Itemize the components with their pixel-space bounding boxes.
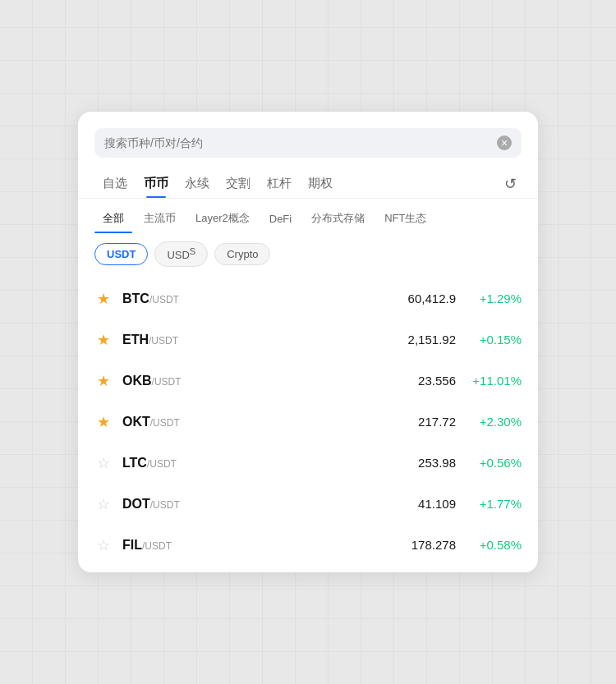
quote-currency: /USDT bbox=[150, 417, 180, 429]
table-row[interactable]: ★ OKB/USDT 23.556 +11.01% bbox=[78, 360, 538, 402]
search-bar bbox=[94, 128, 522, 158]
coin-price: 253.98 bbox=[374, 456, 456, 470]
coin-change: +2.30% bbox=[456, 415, 522, 429]
base-currency: OKB bbox=[122, 374, 152, 388]
subtab-mainstream[interactable]: 主流币 bbox=[136, 207, 184, 230]
quote-currency: /USDT bbox=[150, 499, 180, 511]
star-icon[interactable]: ★ bbox=[94, 290, 113, 308]
subtab-defi[interactable]: DeFi bbox=[261, 209, 300, 229]
tab-watchlist[interactable]: 自选 bbox=[94, 169, 136, 198]
star-icon[interactable]: ☆ bbox=[94, 536, 113, 554]
star-icon[interactable]: ☆ bbox=[94, 495, 113, 513]
coin-price: 178.278 bbox=[374, 538, 456, 552]
coin-price: 60,412.9 bbox=[374, 292, 456, 305]
search-input[interactable] bbox=[104, 136, 497, 149]
base-currency: DOT bbox=[122, 497, 150, 511]
coin-change: +1.77% bbox=[456, 497, 522, 511]
coin-price: 23.556 bbox=[374, 374, 456, 388]
subtab-layer2[interactable]: Layer2概念 bbox=[187, 207, 258, 230]
search-clear-button[interactable] bbox=[497, 135, 512, 150]
coin-pair-label: DOT/USDT bbox=[122, 497, 374, 512]
coin-change: +0.15% bbox=[456, 333, 522, 347]
filter-usdt[interactable]: USDT bbox=[94, 243, 148, 265]
tab-delivery[interactable]: 交割 bbox=[218, 169, 259, 198]
star-icon[interactable]: ★ bbox=[94, 413, 113, 431]
coin-price: 41.109 bbox=[374, 497, 456, 511]
coin-change: +0.58% bbox=[456, 538, 522, 552]
coin-price: 2,151.92 bbox=[374, 333, 456, 347]
nav-tabs: 自选 币币 永续 交割 杠杆 期权 ↺ bbox=[78, 169, 538, 199]
star-icon[interactable]: ☆ bbox=[94, 454, 113, 472]
base-currency: BTC bbox=[122, 292, 149, 305]
table-row[interactable]: ★ OKT/USDT 217.72 +2.30% bbox=[78, 402, 538, 443]
tab-spot[interactable]: 币币 bbox=[136, 169, 177, 198]
coin-pair-label: BTC/USDT bbox=[122, 292, 374, 306]
coin-change: +0.56% bbox=[456, 456, 522, 470]
subtab-nft[interactable]: NFT生态 bbox=[376, 207, 434, 230]
coin-pair-label: OKT/USDT bbox=[122, 415, 374, 429]
main-panel: 自选 币币 永续 交割 杠杆 期权 ↺ 全部 主流币 Layer2概念 DeFi… bbox=[78, 112, 538, 572]
coin-pair-label: FIL/USDT bbox=[122, 538, 374, 553]
coin-price: 217.72 bbox=[374, 415, 456, 429]
quote-currency: /USDT bbox=[147, 458, 177, 470]
coin-pair-label: OKB/USDT bbox=[122, 374, 374, 388]
quote-currency: /USDT bbox=[149, 294, 179, 305]
star-icon[interactable]: ★ bbox=[94, 331, 113, 349]
table-row[interactable]: ☆ DOT/USDT 41.109 +1.77% bbox=[78, 484, 538, 525]
table-row[interactable]: ☆ FIL/USDT 178.278 +0.58% bbox=[78, 525, 538, 566]
refresh-icon[interactable]: ↺ bbox=[499, 170, 522, 198]
filter-usds[interactable]: USDS bbox=[154, 241, 208, 266]
table-row[interactable]: ★ ETH/USDT 2,151.92 +0.15% bbox=[78, 319, 538, 360]
base-currency: ETH bbox=[122, 333, 149, 347]
coin-pair-label: LTC/USDT bbox=[122, 456, 374, 471]
subtab-all[interactable]: 全部 bbox=[94, 207, 132, 230]
tab-leverage[interactable]: 杠杆 bbox=[259, 169, 300, 198]
coin-change: +11.01% bbox=[456, 374, 522, 388]
tab-perpetual[interactable]: 永续 bbox=[177, 169, 218, 198]
star-icon[interactable]: ★ bbox=[94, 372, 113, 390]
sub-tabs: 全部 主流币 Layer2概念 DeFi 分布式存储 NFT生态 bbox=[78, 199, 538, 230]
base-currency: LTC bbox=[122, 456, 147, 470]
currency-filters: USDT USDS Crypto bbox=[78, 230, 538, 274]
base-currency: OKT bbox=[122, 415, 150, 429]
tab-options[interactable]: 期权 bbox=[300, 169, 341, 198]
coin-pair-label: ETH/USDT bbox=[122, 333, 374, 347]
table-row[interactable]: ☆ LTC/USDT 253.98 +0.56% bbox=[78, 443, 538, 484]
table-row[interactable]: ★ BTC/USDT 60,412.9 +1.29% bbox=[78, 278, 538, 319]
coin-list: ★ BTC/USDT 60,412.9 +1.29% ★ ETH/USDT 2,… bbox=[78, 275, 538, 572]
base-currency: FIL bbox=[122, 538, 142, 552]
quote-currency: /USDT bbox=[152, 376, 182, 388]
filter-crypto[interactable]: Crypto bbox=[214, 243, 270, 265]
subtab-storage[interactable]: 分布式存储 bbox=[303, 207, 373, 230]
coin-change: +1.29% bbox=[456, 292, 522, 305]
quote-currency: /USDT bbox=[149, 335, 178, 347]
quote-currency: /USDT bbox=[142, 540, 172, 552]
